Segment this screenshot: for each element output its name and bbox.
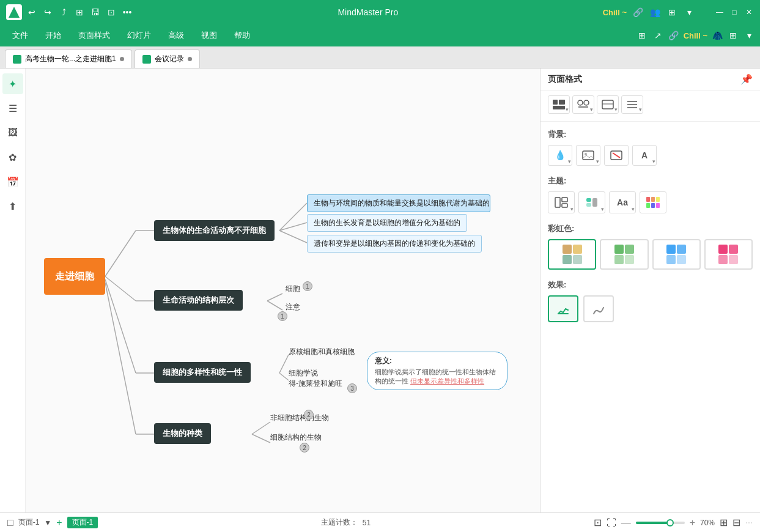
branch-node-3[interactable]: 细胞的多样性和统一性: [154, 362, 251, 383]
branch-node-1[interactable]: 生物体的生命活动离不开细胞: [154, 220, 275, 241]
titlebar-left: ↩ ↪ ⤴ ⊞ 🖫 ⊡ •••: [6, 4, 133, 20]
panel-btn-layout3[interactable]: ▾: [597, 95, 619, 114]
badge-2-2: 1: [278, 311, 287, 321]
tab-mindmap[interactable]: 高考生物一轮...之走进细胞1: [5, 50, 132, 68]
tb-icon-5[interactable]: •••: [121, 6, 133, 18]
menu-start[interactable]: 开始: [38, 28, 68, 43]
branch-node-4[interactable]: 生物的种类: [154, 423, 211, 444]
menu-view[interactable]: 视图: [194, 28, 224, 43]
svg-point-20: [578, 100, 583, 105]
user-name-menu[interactable]: Chill ~: [684, 31, 707, 40]
zoom-out-btn[interactable]: ⊟: [732, 517, 740, 528]
rainbow-option-4[interactable]: [704, 239, 753, 270]
menu-advanced[interactable]: 高级: [161, 28, 191, 43]
zoom-plus[interactable]: +: [690, 517, 695, 528]
window-minimize[interactable]: —: [715, 7, 725, 17]
zoom-value: 70%: [700, 519, 715, 527]
leaf-4-2[interactable]: 细胞结构的生物: [270, 432, 322, 443]
section-effect: 效果:: [548, 279, 753, 322]
bg-text-btn[interactable]: A ▾: [632, 145, 657, 166]
tb-icon-1[interactable]: ⤴: [57, 6, 70, 18]
left-icon-magic[interactable]: ✦: [2, 73, 23, 94]
redo-btn[interactable]: ↪: [42, 6, 54, 18]
svg-line-12: [279, 373, 289, 380]
page-dropdown[interactable]: ▼: [44, 519, 51, 527]
menubar-icon-4[interactable]: 🧥: [711, 29, 723, 42]
leaf-2-1[interactable]: 细胞: [286, 284, 300, 294]
svg-line-11: [279, 355, 289, 373]
left-icon-flower[interactable]: ✿: [2, 147, 23, 168]
rainbow-option-1[interactable]: [548, 239, 596, 270]
left-icon-upload[interactable]: ⬆: [2, 196, 23, 216]
effect-btn-1[interactable]: [548, 295, 578, 322]
menu-slideshow[interactable]: 幻灯片: [120, 28, 158, 43]
menubar-icon-3[interactable]: 🔗: [668, 29, 680, 42]
fullscreen-icon[interactable]: ⛶: [607, 517, 616, 528]
tb-icon-2[interactable]: ⊞: [73, 6, 86, 18]
section-effect-label: 效果:: [548, 279, 753, 290]
page-tag[interactable]: 页面-1: [67, 517, 98, 528]
leaf-4-1[interactable]: 非细胞结构的生物: [270, 413, 329, 423]
zoom-slider[interactable]: [636, 522, 685, 524]
theme-tools: ▾ ▾ Aa ▾: [548, 191, 753, 213]
theme-font-btn[interactable]: Aa ▾: [609, 191, 636, 213]
note-highlight: 但未显示差异性和多样性: [410, 377, 484, 385]
menubar: 文件 开始 页面样式 幻灯片 高级 视图 帮助 ⊞ ↗ 🔗 Chill ~ 🧥 …: [0, 24, 760, 46]
grid-icon[interactable]: ⊞: [666, 6, 678, 18]
leaf-2-2[interactable]: 注意: [286, 302, 300, 312]
menu-help[interactable]: 帮助: [227, 28, 257, 43]
share-icon[interactable]: 🔗: [632, 6, 644, 18]
leaf-1-1[interactable]: 生物与环境间的物质和能量交换是以细胞代谢为基础的: [307, 194, 490, 212]
note-node-3[interactable]: 意义: 细胞学说揭示了细胞的统一性和生物体结构的统一性 但未显示差异性和多样性: [367, 352, 507, 390]
theme-color-btn[interactable]: [640, 191, 666, 213]
theme-layout-btn[interactable]: ▾: [548, 191, 575, 213]
bg-clear-btn[interactable]: [604, 145, 629, 166]
chevron-down-icon[interactable]: ▾: [683, 6, 695, 18]
bg-color-btn[interactable]: 💧 ▾: [548, 145, 572, 166]
tab-mindmap-label: 高考生物一轮...之走进细胞1: [25, 54, 116, 64]
leaf-3-2[interactable]: 细胞学说得-施莱登和施旺: [289, 368, 342, 389]
panel-btn-layout4[interactable]: ▾: [621, 95, 643, 114]
tb-icon-4[interactable]: ⊡: [105, 6, 117, 18]
undo-btn[interactable]: ↩: [26, 6, 38, 18]
zoom-minus[interactable]: —: [621, 517, 631, 528]
branch-2-label: 生命活动的结构层次: [163, 295, 234, 305]
svg-line-4: [279, 231, 307, 243]
menubar-icon-2[interactable]: ↗: [652, 29, 664, 42]
canvas[interactable]: 走进细胞 生物体的生命活动离不开细胞 生物与环境间的物质和能量交换是以细胞代谢为…: [26, 68, 540, 512]
user-name[interactable]: Chill ~: [603, 8, 627, 17]
svg-line-31: [613, 153, 620, 158]
leaf-3-1[interactable]: 原核细胞和真核细胞: [289, 347, 355, 357]
left-icon-list[interactable]: ☰: [2, 98, 23, 119]
panel-toolbar: ▾ ▾ ▾ ▾: [540, 91, 760, 122]
window-maximize[interactable]: □: [729, 7, 739, 17]
bg-image-btn[interactable]: ▾: [576, 145, 600, 166]
menubar-icon-1[interactable]: ⊞: [636, 29, 648, 42]
tb-icon-3[interactable]: 🖫: [89, 6, 101, 18]
svg-line-16: [252, 434, 270, 443]
left-icon-image[interactable]: 🖼: [2, 122, 23, 143]
central-node[interactable]: 走进细胞: [44, 258, 105, 295]
menu-page-style[interactable]: 页面样式: [71, 28, 117, 43]
left-icon-calendar[interactable]: 📅: [2, 171, 23, 192]
panel-btn-layout2[interactable]: ▾: [572, 95, 594, 114]
leaf-1-2[interactable]: 生物的生长发育是以细胞的增值分化为基础的: [307, 214, 467, 232]
menubar-icon-6[interactable]: ▾: [743, 29, 755, 42]
effect-btn-2[interactable]: [583, 295, 614, 322]
branch-node-2[interactable]: 生命活动的结构层次: [154, 290, 243, 311]
rainbow-option-2[interactable]: [600, 239, 648, 270]
tab-meeting[interactable]: 会议记录: [135, 50, 200, 68]
zoom-fit-btn[interactable]: ⊞: [720, 517, 728, 528]
bottombar: □ 页面-1 ▼ + 页面-1 主题计数： 51 ⊡ ⛶ — + 70% ⊞ ⊟…: [0, 512, 760, 532]
rainbow-option-3[interactable]: [652, 239, 701, 270]
panel-pin[interactable]: 📌: [740, 73, 753, 85]
theme-style-btn[interactable]: ▾: [578, 191, 605, 213]
add-page-btn[interactable]: +: [56, 517, 62, 528]
fit-icon[interactable]: ⊡: [594, 517, 602, 528]
menubar-icon-5[interactable]: ⊞: [727, 29, 739, 42]
collab-icon[interactable]: 👥: [649, 6, 661, 18]
leaf-1-3[interactable]: 遗传和变异是以细胞内基因的传递和变化为基础的: [307, 235, 482, 253]
window-close[interactable]: ✕: [744, 7, 754, 17]
menu-file[interactable]: 文件: [5, 28, 35, 43]
panel-btn-layout1[interactable]: ▾: [548, 95, 570, 114]
